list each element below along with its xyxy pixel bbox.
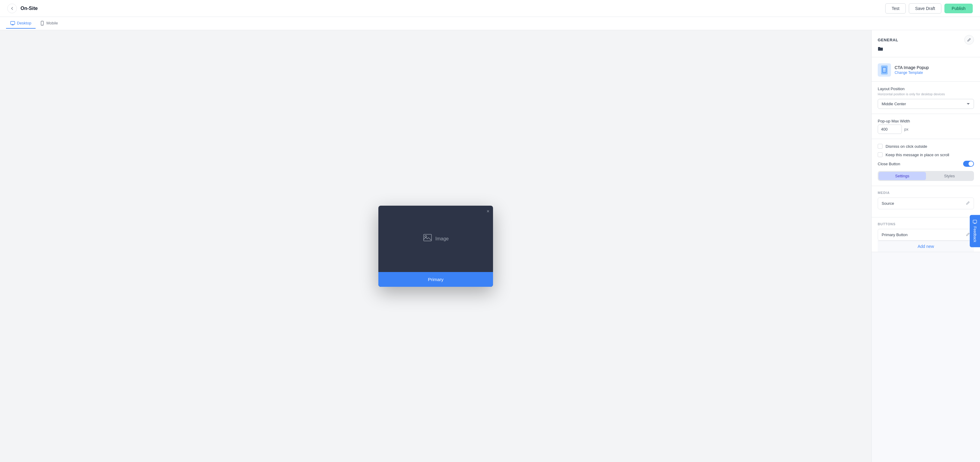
layout-position-section: Layout Position Horizontal position is o… (872, 82, 980, 114)
back-button[interactable] (7, 4, 17, 13)
change-template-link[interactable]: Change Template (895, 71, 974, 75)
topbar-left: On-Site (7, 4, 38, 13)
popup-max-width-label: Pop-up Max Width (878, 119, 974, 123)
general-label: GENERAL (878, 38, 898, 42)
popup-max-width-row: px (878, 125, 974, 134)
svg-rect-8 (973, 220, 977, 223)
topbar: On-Site Test Save Draft Publish (0, 0, 980, 17)
pencil-icon (967, 38, 971, 42)
feedback-tab[interactable]: Feedback (970, 215, 980, 247)
general-section: GENERAL (872, 30, 980, 57)
svg-rect-6 (883, 68, 886, 70)
primary-button-label: Primary Button (881, 232, 908, 237)
tab-desktop-label: Desktop (17, 21, 31, 25)
buttons-label: BUTTONS (878, 222, 974, 226)
main-layout: × Image Primary GENERAL (0, 30, 980, 462)
svg-rect-7 (883, 71, 886, 71)
topbar-right: Test Save Draft Publish (885, 3, 973, 14)
popup-max-width-section: Pop-up Max Width px (872, 114, 980, 139)
add-new-button[interactable]: Add new (878, 241, 974, 252)
keep-message-label: Keep this message in place on scroll (886, 152, 949, 157)
app-title: On-Site (21, 6, 38, 11)
popup-image-label: Image (435, 236, 449, 241)
settings-styles-tabs: Settings Styles (878, 171, 974, 181)
svg-point-4 (425, 235, 426, 237)
template-thumb-inner (881, 65, 888, 75)
layout-position-hint: Horizontal position is only for desktop … (878, 92, 974, 96)
template-name: CTA Image Popup (895, 65, 974, 70)
publish-button[interactable]: Publish (944, 4, 973, 13)
svg-point-2 (42, 24, 43, 25)
template-thumbnail (878, 64, 891, 76)
template-section: CTA Image Popup Change Template (872, 57, 980, 82)
dismiss-checkbox-row: Dismiss on click outside (878, 144, 974, 149)
tab-mobile[interactable]: Mobile (36, 18, 62, 29)
popup-max-width-input[interactable] (878, 125, 902, 134)
options-section: Dismiss on click outside Keep this messa… (872, 139, 980, 186)
folder-icon (878, 46, 974, 52)
keep-message-checkbox[interactable] (878, 152, 883, 157)
buttons-section: BUTTONS Primary Button Add new (872, 218, 980, 252)
right-sidebar: GENERAL (871, 30, 980, 462)
primary-button-field-row: Primary Button (878, 229, 974, 241)
svg-rect-3 (424, 234, 431, 241)
popup-close-icon[interactable]: × (487, 209, 489, 214)
tab-desktop[interactable]: Desktop (6, 18, 36, 29)
save-draft-button[interactable]: Save Draft (909, 3, 941, 14)
general-edit-button[interactable] (964, 35, 974, 44)
template-card: CTA Image Popup Change Template (878, 64, 974, 76)
close-button-label: Close Button (878, 162, 900, 166)
popup-primary-button[interactable]: Primary (379, 272, 493, 287)
tab-mobile-label: Mobile (46, 21, 58, 25)
media-label: MEDIA (878, 191, 974, 195)
general-header: GENERAL (878, 35, 974, 44)
popup-image-area: Image (379, 206, 493, 272)
popup-preview: × Image Primary (379, 206, 493, 287)
keep-message-checkbox-row: Keep this message in place on scroll (878, 152, 974, 157)
feedback-label: Feedback (973, 227, 977, 243)
back-icon (10, 6, 14, 11)
image-icon (423, 233, 433, 244)
layout-position-select[interactable]: Middle Center Top Left Top Center Top Ri… (878, 99, 974, 109)
template-info: CTA Image Popup Change Template (895, 65, 974, 75)
tab-styles[interactable]: Styles (926, 172, 974, 180)
popup-max-width-unit: px (904, 127, 908, 132)
mobile-icon (40, 21, 45, 25)
test-button[interactable]: Test (885, 3, 906, 14)
desktop-icon (10, 21, 15, 25)
dismiss-checkbox[interactable] (878, 144, 883, 149)
device-tabs: Desktop Mobile (0, 17, 980, 30)
close-button-toggle-row: Close Button (878, 161, 974, 167)
close-button-toggle[interactable] (963, 161, 974, 167)
layout-position-label: Layout Position (878, 87, 974, 91)
canvas-area: × Image Primary (0, 30, 871, 462)
source-field-row: Source (878, 197, 974, 209)
source-label: Source (881, 201, 894, 206)
toggle-knob (969, 161, 974, 166)
svg-rect-0 (11, 21, 15, 24)
tab-settings[interactable]: Settings (879, 172, 926, 180)
media-section: MEDIA Source (872, 186, 980, 218)
feedback-icon (973, 220, 977, 224)
source-edit-icon[interactable] (966, 201, 970, 206)
dismiss-label: Dismiss on click outside (886, 144, 927, 149)
primary-button-edit-icon[interactable] (966, 232, 970, 237)
